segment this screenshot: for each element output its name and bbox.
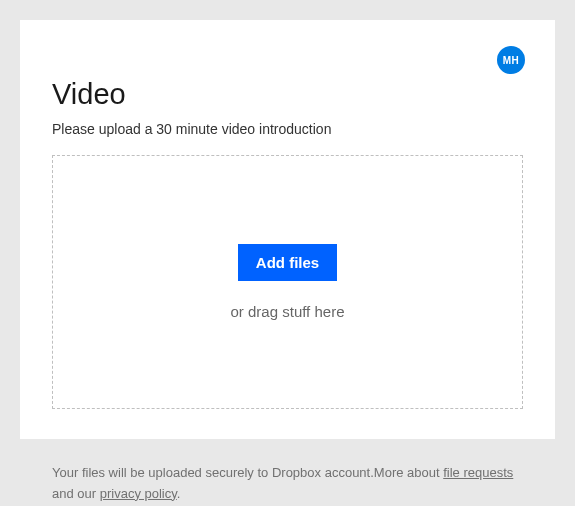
upload-card: MH Video Please upload a 30 minute video… [20,20,555,439]
file-dropzone[interactable]: Add files or drag stuff here [52,155,523,409]
footer-text: Your files will be uploaded securely to … [52,465,443,480]
footer-text-mid: and our [52,486,100,501]
page-title: Video [52,78,523,111]
footer: Your files will be uploaded securely to … [20,439,555,505]
file-requests-link[interactable]: file requests [443,465,513,480]
footer-text-after: . [177,486,181,501]
privacy-policy-link[interactable]: privacy policy [100,486,177,501]
page-subtitle: Please upload a 30 minute video introduc… [52,121,523,137]
avatar[interactable]: MH [497,46,525,74]
avatar-initials: MH [503,55,520,66]
add-files-button[interactable]: Add files [238,244,337,281]
drag-hint: or drag stuff here [231,303,345,320]
